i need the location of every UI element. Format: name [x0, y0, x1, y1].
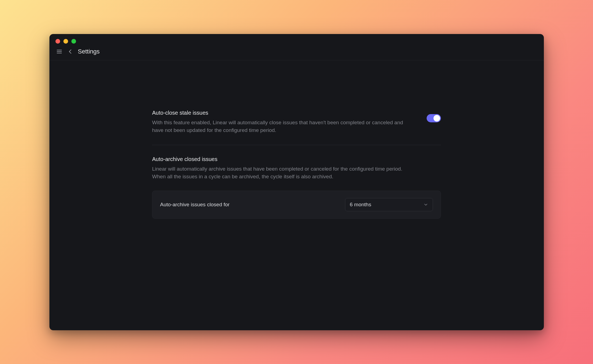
header-bar: Settings	[49, 45, 544, 60]
auto-close-description: With this feature enabled, Linear will a…	[152, 119, 416, 134]
auto-close-toggle[interactable]	[427, 114, 441, 122]
auto-close-section: Auto-close stale issues With this featur…	[152, 110, 441, 145]
auto-archive-title: Auto-archive closed issues	[152, 156, 441, 162]
window-close-button[interactable]	[55, 39, 60, 44]
app-window: Settings Auto-close stale issues With th…	[49, 34, 544, 330]
chevron-down-icon	[423, 202, 428, 207]
section-divider	[152, 145, 441, 145]
back-icon[interactable]	[67, 48, 74, 55]
toggle-knob	[433, 115, 440, 122]
auto-archive-description: Linear will automatically archive issues…	[152, 165, 416, 181]
auto-archive-selected-value: 6 months	[350, 202, 371, 208]
window-controls	[49, 34, 544, 45]
content-area: Auto-close stale issues With this featur…	[49, 60, 544, 330]
window-minimize-button[interactable]	[63, 39, 68, 44]
menu-icon[interactable]	[56, 48, 63, 55]
auto-close-title: Auto-close stale issues	[152, 110, 418, 116]
window-zoom-button[interactable]	[71, 39, 76, 44]
page-title: Settings	[78, 48, 100, 55]
auto-archive-field-label: Auto-archive issues closed for	[160, 202, 230, 208]
auto-archive-duration-select[interactable]: 6 months	[345, 198, 433, 211]
settings-column: Auto-close stale issues With this featur…	[152, 110, 441, 330]
auto-archive-config-block: Auto-archive issues closed for 6 months	[152, 191, 441, 219]
auto-archive-section: Auto-archive closed issues Linear will a…	[152, 156, 441, 229]
